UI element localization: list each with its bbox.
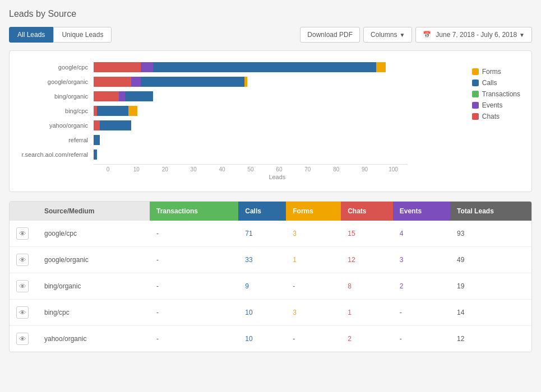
row-forms: - [286,326,341,352]
row-chats: 2 [341,326,393,352]
bar-segment-calls [125,91,153,101]
bar-label: bing/cpc [21,108,94,114]
row-calls: 10 [238,300,286,326]
x-tick: 90 [350,166,379,172]
chart-legend: FormsCallsTransactionsEventsChats [461,68,520,120]
row-eye-button[interactable]: 👁 [16,280,29,292]
table-section: Source/Medium Transactions Calls Forms C… [9,201,532,352]
row-transactions: - [150,326,238,352]
bar-track [94,106,461,116]
table-header-events: Events [393,202,450,221]
chart-section: google/cpcgoogle/organicbing/organicbing… [9,50,532,192]
bar-segment-calls [94,135,100,145]
row-source: google/cpc [38,221,150,247]
legend-item: Events [472,101,520,109]
columns-caret-icon: ▼ [399,32,405,38]
row-transactions: - [150,221,238,247]
row-source: google/organic [38,247,150,273]
unique-leads-button[interactable]: Unique Leads [53,27,112,43]
bar-segment-calls [100,120,131,130]
row-source: yahoo/organic [38,326,150,352]
table-header-calls: Calls [238,202,286,221]
bar-segment-events [141,62,153,72]
row-source: bing/organic [38,273,150,300]
x-tick: 40 [208,166,237,172]
bar-segment-chats [94,120,100,130]
bar-track [94,120,461,130]
chart-bar-row: google/organic [21,77,461,87]
chart-area: google/cpcgoogle/organicbing/organicbing… [21,62,461,180]
chart-bar-row: referral [21,135,461,145]
chart-bar-row: bing/organic [21,91,461,101]
table-row: 👁yahoo/organic-10-2-12 [10,326,531,352]
legend-item: Chats [472,113,520,120]
row-eye-button[interactable]: 👁 [16,306,29,319]
toolbar: All Leads Unique Leads Download PDF Colu… [9,27,532,43]
bar-segment-calls [97,106,128,116]
row-forms: 3 [286,221,341,247]
date-caret-icon: ▼ [519,32,525,38]
row-chats: 12 [341,247,393,273]
row-calls: 71 [238,221,286,247]
bar-track [94,135,461,145]
bar-segment-forms [128,106,138,116]
bar-segment-calls [153,62,376,72]
table-row: 👁google/cpc-71315493 [10,221,531,247]
chart-bar-row: google/cpc [21,62,461,72]
download-pdf-button[interactable]: Download PDF [300,27,360,43]
legend-item: Calls [472,79,520,87]
row-events: 3 [393,247,450,273]
bar-segment-forms [244,77,248,87]
columns-button[interactable]: Columns ▼ [363,27,412,43]
date-range-button[interactable]: 📅 June 7, 2018 - July 6, 2018 ▼ [415,27,532,43]
x-tick: 50 [237,166,265,172]
row-total: 49 [450,247,531,273]
bar-label: r.search.aol.com/referral [21,151,94,158]
table-header-chats: Chats [341,202,393,221]
row-total: 12 [450,326,531,352]
row-events: 2 [393,273,450,300]
bar-label: google/cpc [21,64,94,71]
calendar-icon: 📅 [423,31,431,39]
row-eye-button[interactable]: 👁 [16,227,29,240]
x-tick: 70 [293,166,322,172]
bar-track [94,150,461,160]
x-axis-label: Leads [94,174,461,180]
leads-toggle: All Leads Unique Leads [9,27,112,43]
row-total: 19 [450,273,531,300]
legend-item: Transactions [472,90,520,98]
row-events: - [393,300,450,326]
row-chats: 1 [341,300,393,326]
row-chats: 8 [341,273,393,300]
all-leads-button[interactable]: All Leads [9,27,53,43]
chart-bar-row: r.search.aol.com/referral [21,150,461,160]
x-tick: 100 [379,166,408,172]
legend-item: Forms [472,68,520,76]
row-calls: 10 [238,326,286,352]
bar-segment-events [131,77,141,87]
bar-segment-calls [141,77,244,87]
table-header-transactions: Transactions [150,202,238,221]
bar-label: yahoo/organic [21,122,94,129]
row-calls: 33 [238,247,286,273]
x-tick: 30 [179,166,208,172]
bar-segment-events [119,91,125,101]
chart-bar-row: bing/cpc [21,106,461,116]
table-header-icon [10,202,38,221]
bar-segment-calls [94,150,97,160]
bar-segment-chats [94,91,119,101]
bar-track [94,91,461,101]
bar-segment-forms [376,62,386,72]
bar-segment-chats [94,62,141,72]
table-row: 👁bing/organic-9-8219 [10,273,531,300]
row-calls: 9 [238,273,286,300]
row-eye-button[interactable]: 👁 [16,333,29,345]
x-tick: 10 [122,166,151,172]
row-forms: 1 [286,247,341,273]
row-eye-button[interactable]: 👁 [16,254,29,266]
row-source: bing/cpc [38,300,150,326]
table-header-forms: Forms [286,202,341,221]
bar-label: referral [21,137,94,143]
x-tick: 20 [151,166,179,172]
bar-track [94,62,461,72]
